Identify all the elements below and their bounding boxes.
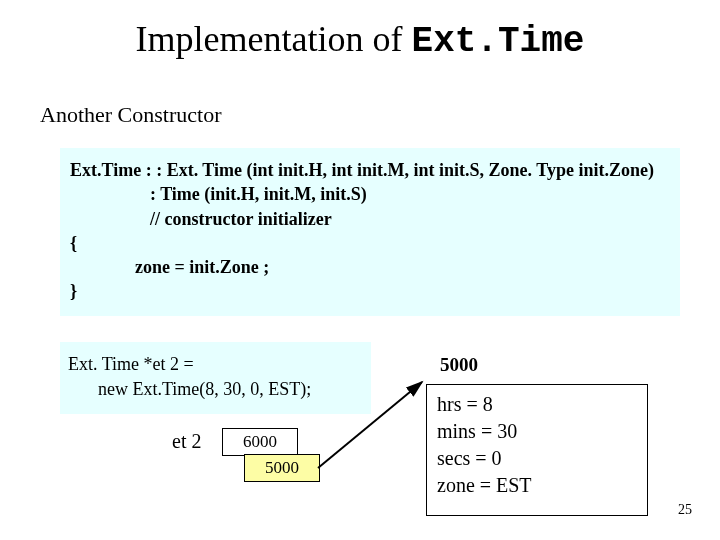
result-line-1: hrs = 8 (437, 391, 637, 418)
et2-label: et 2 (172, 430, 201, 453)
result-line-2: mins = 30 (437, 418, 637, 445)
usage-snippet-box: Ext. Time *et 2 = new Ext.Time(8, 30, 0,… (60, 342, 371, 414)
slide-title: Implementation of Ext.Time (0, 18, 720, 62)
page-number: 25 (678, 502, 692, 518)
result-line-4: zone = EST (437, 472, 637, 499)
address-label: 5000 (440, 354, 478, 376)
code-line-2: : Time (init.H, init.M, init.S) (70, 182, 670, 206)
subtitle: Another Constructor (40, 102, 221, 128)
value-box: 5000 (244, 454, 320, 482)
code-line-1: Ext.Time : : Ext. Time (int init.H, int … (70, 158, 670, 182)
title-prefix: Implementation of (136, 19, 412, 59)
snippet-line-2: new Ext.Time(8, 30, 0, EST); (68, 377, 363, 402)
constructor-code-box: Ext.Time : : Ext. Time (int init.H, int … (60, 148, 680, 316)
code-line-6: } (70, 279, 670, 303)
pointer-box: 6000 (222, 428, 298, 456)
result-line-3: secs = 0 (437, 445, 637, 472)
code-line-5: zone = init.Zone ; (70, 255, 670, 279)
slide: Implementation of Ext.Time Another Const… (0, 0, 720, 540)
snippet-line-1: Ext. Time *et 2 = (68, 352, 363, 377)
code-line-4: { (70, 231, 670, 255)
result-box: hrs = 8 mins = 30 secs = 0 zone = EST (426, 384, 648, 516)
title-mono: Ext.Time (412, 21, 585, 62)
code-line-3: // constructor initializer (70, 207, 670, 231)
